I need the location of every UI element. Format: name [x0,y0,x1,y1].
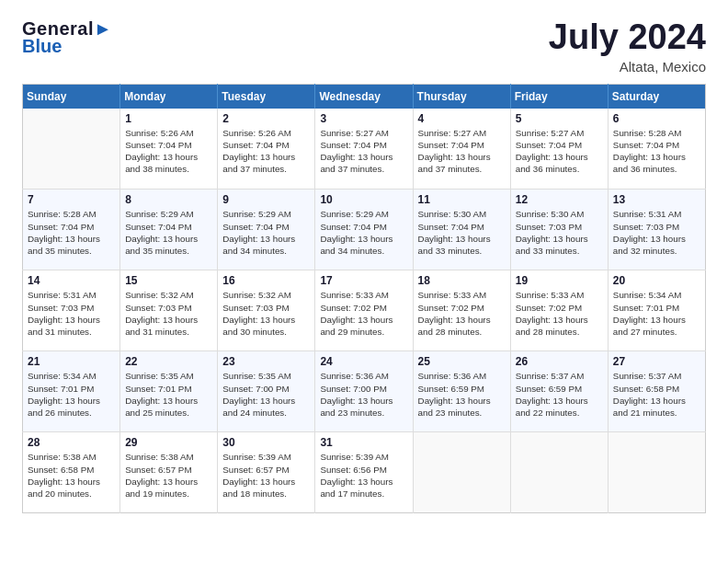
header: General► Blue July 2024 Altata, Mexico [22,18,706,75]
calendar-row: 21Sunrise: 5:34 AMSunset: 7:01 PMDayligh… [23,351,706,432]
calendar-cell: 23Sunrise: 5:35 AMSunset: 7:00 PMDayligh… [218,351,315,432]
day-number: 16 [222,274,310,287]
calendar-cell: 28Sunrise: 5:38 AMSunset: 6:58 PMDayligh… [23,432,120,513]
day-info: Sunrise: 5:35 AMSunset: 7:00 PMDaylight:… [222,370,310,419]
day-number: 27 [613,355,700,368]
day-number: 9 [222,193,310,206]
page: General► Blue July 2024 Altata, Mexico S… [0,0,728,563]
logo-block: General► Blue [22,18,112,56]
day-number: 10 [320,193,407,206]
day-number: 1 [125,112,212,125]
calendar-header-day: Sunday [23,84,120,109]
day-number: 30 [222,436,310,449]
calendar-cell: 20Sunrise: 5:34 AMSunset: 7:01 PMDayligh… [608,270,705,351]
calendar-cell: 15Sunrise: 5:32 AMSunset: 7:03 PMDayligh… [120,270,218,351]
calendar-cell [413,432,510,513]
day-number: 3 [320,112,407,125]
day-number: 22 [125,355,212,368]
calendar-header-day: Thursday [413,84,510,109]
day-info: Sunrise: 5:26 AMSunset: 7:04 PMDaylight:… [125,127,212,176]
day-info: Sunrise: 5:33 AMSunset: 7:02 PMDaylight:… [320,289,407,338]
day-number: 24 [320,355,407,368]
calendar-cell: 4Sunrise: 5:27 AMSunset: 7:04 PMDaylight… [413,109,510,190]
day-info: Sunrise: 5:38 AMSunset: 6:57 PMDaylight:… [125,451,212,500]
calendar-header-day: Friday [510,84,608,109]
day-number: 2 [222,112,310,125]
day-info: Sunrise: 5:39 AMSunset: 6:57 PMDaylight:… [222,451,310,500]
calendar-cell: 11Sunrise: 5:30 AMSunset: 7:04 PMDayligh… [413,190,510,270]
day-number: 11 [418,193,506,206]
calendar-cell: 25Sunrise: 5:36 AMSunset: 6:59 PMDayligh… [413,351,510,432]
day-info: Sunrise: 5:36 AMSunset: 6:59 PMDaylight:… [418,370,506,419]
calendar-cell: 19Sunrise: 5:33 AMSunset: 7:02 PMDayligh… [510,270,608,351]
day-info: Sunrise: 5:38 AMSunset: 6:58 PMDaylight:… [28,451,115,500]
day-info: Sunrise: 5:34 AMSunset: 7:01 PMDaylight:… [28,370,115,419]
day-number: 21 [28,355,115,368]
calendar-cell [608,432,705,513]
day-info: Sunrise: 5:33 AMSunset: 7:02 PMDaylight:… [418,289,506,338]
calendar-header-day: Saturday [608,84,705,109]
calendar-row: 7Sunrise: 5:28 AMSunset: 7:04 PMDaylight… [23,190,706,270]
day-info: Sunrise: 5:31 AMSunset: 7:03 PMDaylight:… [28,289,115,338]
day-info: Sunrise: 5:32 AMSunset: 7:03 PMDaylight:… [222,289,310,338]
calendar-cell: 14Sunrise: 5:31 AMSunset: 7:03 PMDayligh… [23,270,120,351]
day-info: Sunrise: 5:27 AMSunset: 7:04 PMDaylight:… [516,127,603,176]
calendar-cell [23,109,120,190]
day-number: 18 [418,274,506,287]
day-number: 20 [613,274,700,287]
calendar-header-day: Wednesday [315,84,413,109]
calendar-cell: 1Sunrise: 5:26 AMSunset: 7:04 PMDaylight… [120,109,218,190]
day-info: Sunrise: 5:34 AMSunset: 7:01 PMDaylight:… [613,289,700,338]
day-info: Sunrise: 5:36 AMSunset: 7:00 PMDaylight:… [320,370,407,419]
day-number: 15 [125,274,212,287]
calendar-cell: 6Sunrise: 5:28 AMSunset: 7:04 PMDaylight… [608,109,705,190]
day-number: 23 [222,355,310,368]
logo: General► Blue [22,18,112,56]
calendar-row: 1Sunrise: 5:26 AMSunset: 7:04 PMDaylight… [23,109,706,190]
day-info: Sunrise: 5:29 AMSunset: 7:04 PMDaylight:… [320,208,407,257]
day-info: Sunrise: 5:33 AMSunset: 7:02 PMDaylight:… [516,289,603,338]
day-info: Sunrise: 5:39 AMSunset: 6:56 PMDaylight:… [320,451,407,500]
day-info: Sunrise: 5:32 AMSunset: 7:03 PMDaylight:… [125,289,212,338]
day-number: 8 [125,193,212,206]
calendar-cell: 7Sunrise: 5:28 AMSunset: 7:04 PMDaylight… [23,190,120,270]
calendar-table: SundayMondayTuesdayWednesdayThursdayFrid… [22,84,706,514]
calendar-cell [510,432,608,513]
calendar-cell: 3Sunrise: 5:27 AMSunset: 7:04 PMDaylight… [315,109,413,190]
day-info: Sunrise: 5:27 AMSunset: 7:04 PMDaylight:… [418,127,506,176]
calendar-cell: 27Sunrise: 5:37 AMSunset: 6:58 PMDayligh… [608,351,705,432]
day-info: Sunrise: 5:28 AMSunset: 7:04 PMDaylight:… [613,127,700,176]
day-info: Sunrise: 5:26 AMSunset: 7:04 PMDaylight:… [222,127,310,176]
day-info: Sunrise: 5:37 AMSunset: 6:58 PMDaylight:… [613,370,700,419]
day-info: Sunrise: 5:27 AMSunset: 7:04 PMDaylight:… [320,127,407,176]
day-number: 19 [516,274,603,287]
day-number: 28 [28,436,115,449]
calendar-cell: 29Sunrise: 5:38 AMSunset: 6:57 PMDayligh… [120,432,218,513]
calendar-cell: 5Sunrise: 5:27 AMSunset: 7:04 PMDaylight… [510,109,608,190]
day-number: 31 [320,436,407,449]
calendar-cell: 21Sunrise: 5:34 AMSunset: 7:01 PMDayligh… [23,351,120,432]
day-number: 13 [613,193,700,206]
day-info: Sunrise: 5:28 AMSunset: 7:04 PMDaylight:… [28,208,115,257]
calendar-row: 14Sunrise: 5:31 AMSunset: 7:03 PMDayligh… [23,270,706,351]
day-number: 14 [28,274,115,287]
logo-text-line2: Blue [22,36,112,56]
calendar-cell: 9Sunrise: 5:29 AMSunset: 7:04 PMDaylight… [218,190,315,270]
day-info: Sunrise: 5:35 AMSunset: 7:01 PMDaylight:… [125,370,212,419]
calendar-header-row: SundayMondayTuesdayWednesdayThursdayFrid… [23,84,706,109]
calendar-cell: 10Sunrise: 5:29 AMSunset: 7:04 PMDayligh… [315,190,413,270]
calendar-cell: 22Sunrise: 5:35 AMSunset: 7:01 PMDayligh… [120,351,218,432]
calendar-cell: 2Sunrise: 5:26 AMSunset: 7:04 PMDaylight… [218,109,315,190]
calendar-cell: 8Sunrise: 5:29 AMSunset: 7:04 PMDaylight… [120,190,218,270]
day-number: 29 [125,436,212,449]
calendar-cell: 26Sunrise: 5:37 AMSunset: 6:59 PMDayligh… [510,351,608,432]
calendar-cell: 24Sunrise: 5:36 AMSunset: 7:00 PMDayligh… [315,351,413,432]
day-number: 6 [613,112,700,125]
calendar-cell: 18Sunrise: 5:33 AMSunset: 7:02 PMDayligh… [413,270,510,351]
calendar-cell: 16Sunrise: 5:32 AMSunset: 7:03 PMDayligh… [218,270,315,351]
day-info: Sunrise: 5:30 AMSunset: 7:04 PMDaylight:… [418,208,506,257]
day-number: 4 [418,112,506,125]
day-info: Sunrise: 5:37 AMSunset: 6:59 PMDaylight:… [516,370,603,419]
calendar-cell: 17Sunrise: 5:33 AMSunset: 7:02 PMDayligh… [315,270,413,351]
day-info: Sunrise: 5:31 AMSunset: 7:03 PMDaylight:… [613,208,700,257]
